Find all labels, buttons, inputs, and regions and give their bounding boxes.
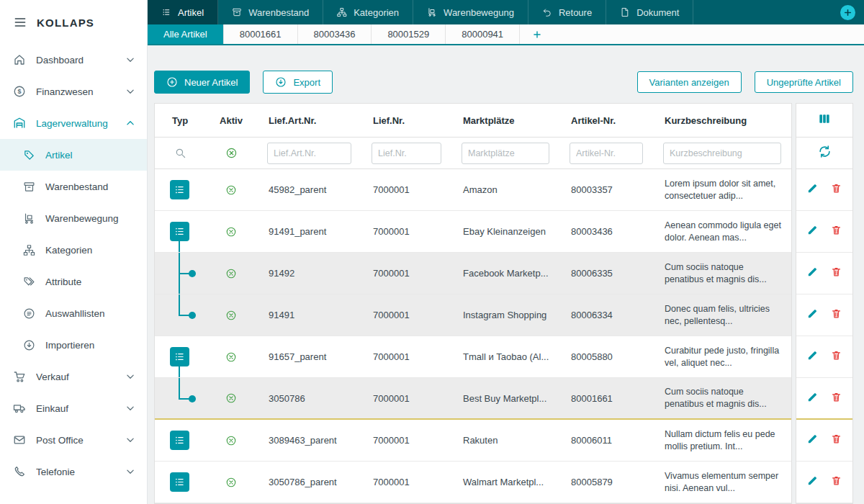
edit-row-button[interactable] (806, 433, 819, 448)
sidebar-subitem-importieren[interactable]: Importieren (0, 329, 147, 361)
table-row[interactable]: 91491_parent7000001Ebay Kleinanzeigen800… (155, 211, 791, 253)
show-variants-button[interactable]: Varianten anzeigen (637, 71, 742, 93)
column-header-aktiv[interactable]: Aktiv (205, 115, 257, 126)
type-cell (155, 420, 205, 461)
sidebar-subitem-warenbestand[interactable]: Warenbestand (0, 171, 147, 202)
article-table: TypAktivLief.Art.Nr.Lief.Nr.MarktplätzeA… (154, 103, 853, 504)
delete-row-button[interactable] (830, 224, 842, 239)
sidebar-item-einkauf[interactable]: Einkauf (0, 392, 147, 424)
article-tabs: Alle Artikel8000166180003436800015298000… (148, 24, 864, 45)
unreviewed-articles-button[interactable]: Ungeprüfte Artikel (755, 71, 853, 93)
sidebar-item-label: Verkauf (36, 372, 114, 382)
edit-row-button[interactable] (806, 474, 819, 490)
sidebar-item-label: Finanzwesen (36, 86, 114, 97)
menu-icon[interactable] (13, 15, 27, 30)
delete-row-button[interactable] (830, 433, 842, 448)
article-type-button[interactable] (170, 472, 189, 492)
filter-input-lief-nr[interactable] (372, 143, 441, 164)
filter-input-marktpl-tze[interactable] (462, 143, 549, 164)
edit-row-button[interactable] (806, 266, 819, 281)
active-cell[interactable] (205, 310, 257, 321)
filter-input-lief-art-nr[interactable] (267, 143, 351, 164)
add-article-tab-button[interactable] (520, 24, 554, 44)
article-tab-alle-artikel[interactable]: Alle Artikel (148, 24, 224, 44)
active-cell[interactable] (205, 435, 257, 446)
filter-input-artikel-nr[interactable] (570, 143, 643, 164)
table-body: 45982_parent7000001Amazon80003357Lorem i… (155, 169, 791, 503)
table-row[interactable]: 914917000001Instagram Shopping80006334Do… (155, 294, 791, 336)
sidebar-item-finanzwesen[interactable]: $Finanzwesen (0, 76, 147, 107)
workspace-tab-retoure[interactable]: Retoure (528, 0, 606, 24)
artikel-nr-cell: 80003436 (559, 226, 653, 237)
column-header-lief-nr[interactable]: Lief.Nr. (361, 115, 451, 126)
pencil-icon (806, 266, 819, 278)
filter-active-toggle[interactable] (205, 147, 257, 159)
article-tab-80000941[interactable]: 80000941 (446, 24, 520, 44)
active-cell[interactable] (205, 184, 257, 196)
new-article-button[interactable]: Neuer Artikel (154, 71, 250, 94)
sidebar-subitem-artikel[interactable]: Artikel (0, 139, 147, 171)
table-row[interactable]: 45982_parent7000001Amazon80003357Lorem i… (155, 169, 791, 211)
delete-row-button[interactable] (830, 182, 842, 197)
edit-row-button[interactable] (806, 391, 819, 406)
article-type-button[interactable] (170, 347, 189, 366)
column-settings-button[interactable] (817, 112, 832, 129)
workspace-tab-warenbewegung[interactable]: Warenbewegung (413, 0, 528, 24)
export-button[interactable]: Export (263, 71, 333, 94)
article-type-button[interactable] (170, 222, 189, 241)
edit-row-button[interactable] (806, 224, 819, 239)
active-cell[interactable] (205, 477, 257, 488)
active-cell[interactable] (205, 392, 257, 404)
sidebar-subitem-warenbewegung[interactable]: Warenbewegung (0, 202, 147, 234)
table-row[interactable]: 914927000001Facebook Marketp...80006335C… (155, 253, 791, 294)
delete-row-button[interactable] (830, 307, 842, 323)
workspace-tab-warenbestand[interactable]: Warenbestand (218, 0, 323, 24)
delete-row-button[interactable] (830, 266, 842, 281)
table-row[interactable]: 91657_parent7000001Tmall и Taobao (Al...… (155, 336, 791, 378)
trash-icon (830, 391, 842, 403)
lief-nr-cell: 7000001 (361, 184, 451, 195)
sidebar-subitem-auswahllisten[interactable]: Auswahllisten (0, 297, 147, 329)
article-type-button[interactable] (170, 431, 189, 450)
workspace-tab-dokument[interactable]: Dokument (606, 0, 693, 24)
workspace-tabs: ArtikelWarenbestandKategorienWarenbewegu… (148, 0, 693, 24)
row-actions (796, 336, 852, 378)
edit-row-button[interactable] (806, 307, 819, 323)
active-cell[interactable] (205, 268, 257, 279)
workspace-tab-kategorien[interactable]: Kategorien (323, 0, 413, 24)
lief-art-nr-cell: 91491 (257, 310, 361, 320)
sidebar-item-dashboard[interactable]: Dashboard (0, 44, 147, 76)
column-header-kurzbeschreibung[interactable]: Kurzbeschreibung (653, 115, 791, 126)
sidebar-item-verkauf[interactable]: Verkauf (0, 361, 147, 392)
sidebar-item-telefonie[interactable]: Telefonie (0, 456, 147, 487)
workspace-tab-artikel[interactable]: Artikel (148, 0, 218, 24)
article-tab-80001661[interactable]: 80001661 (224, 24, 298, 44)
delete-row-button[interactable] (830, 349, 842, 364)
delete-row-button[interactable] (830, 391, 842, 406)
delete-row-button[interactable] (830, 474, 842, 490)
lief-art-nr-cell: 3050786_parent (257, 477, 361, 487)
sidebar-item-post-office[interactable]: Post Office (0, 424, 147, 456)
lief-nr-cell: 7000001 (361, 351, 451, 362)
filter-input-kurzbeschreibung[interactable] (663, 143, 781, 164)
active-cell[interactable] (205, 351, 257, 363)
column-header-artikel-nr[interactable]: Artikel-Nr. (559, 115, 653, 126)
sidebar-subitem-attribute[interactable]: Attribute (0, 266, 147, 297)
refresh-button[interactable] (818, 145, 832, 161)
column-header-marktpl-tze[interactable]: Marktplätze (451, 115, 559, 126)
sidebar-subitem-kategorien[interactable]: Kategorien (0, 234, 147, 266)
table-row[interactable]: 3089463_parent7000001Rakuten80006011Null… (155, 420, 791, 462)
sidebar-item-lagerverwaltung[interactable]: Lagerverwaltung (0, 107, 147, 139)
active-cell[interactable] (205, 226, 257, 238)
article-type-button[interactable] (170, 180, 189, 199)
edit-row-button[interactable] (806, 349, 819, 364)
article-tab-80001529[interactable]: 80001529 (372, 24, 446, 44)
add-workspace-button[interactable] (840, 5, 855, 20)
edit-row-button[interactable] (806, 182, 819, 197)
tree-connector (179, 378, 180, 399)
article-tab-80003436[interactable]: 80003436 (298, 24, 372, 44)
column-header-typ[interactable]: Typ (155, 115, 205, 126)
column-header-lief-art-nr[interactable]: Lief.Art.Nr. (257, 115, 361, 126)
table-row[interactable]: 30507867000001Best Buy Marketpl...800016… (155, 378, 791, 420)
table-row[interactable]: 3050786_parent7000001Walmart Marketpl...… (155, 462, 791, 503)
